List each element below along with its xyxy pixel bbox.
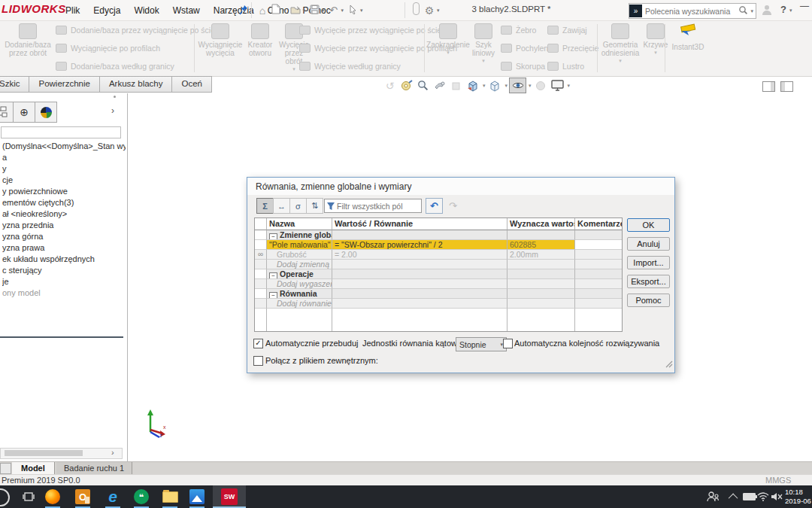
tree-item-surface-bodies[interactable]: y powierzchniowe <box>2 186 126 197</box>
fillet-caret-icon[interactable]: ▾ <box>447 50 450 56</box>
tree-item-front-plane[interactable]: yzna przednia <box>2 220 126 231</box>
user-account-icon[interactable] <box>761 4 773 19</box>
scroll-right-arrow-icon[interactable]: › <box>111 448 114 457</box>
tree-item-origin[interactable]: ek układu współrzędnych <box>2 254 126 265</box>
revolved-cut-caret-icon[interactable]: ▾ <box>292 66 295 72</box>
new-document-icon[interactable] <box>269 4 283 17</box>
people-icon[interactable] <box>704 488 722 505</box>
collapse-icon[interactable]: − <box>269 272 277 279</box>
row-add-suppression[interactable]: Dodaj wygaszenie <box>255 279 622 289</box>
ribbon-hole-wizard-button[interactable]: Kreator otworu <box>245 23 275 57</box>
collapse-icon[interactable]: − <box>269 233 277 240</box>
tree-filter-box[interactable] <box>1 126 121 138</box>
tab-szkic[interactable]: Szkic <box>0 76 29 93</box>
ribbon-intersect-item[interactable]: Przecięcie <box>547 39 598 57</box>
options-gear-icon[interactable]: ⚙ <box>423 5 436 17</box>
row-pole-malowania[interactable]: "Pole malowania" = "SW-Obszar powierzchn… <box>255 240 622 250</box>
tree-item-configuration[interactable]: (Domyślna<<Domyślna>_Stan wyświetl <box>2 141 126 152</box>
collapse-icon[interactable]: − <box>269 292 277 299</box>
ribbon-shell-item[interactable]: Skorupa <box>501 57 554 75</box>
tree-item-annotations[interactable]: cje <box>2 175 126 186</box>
new-doc-caret-icon[interactable]: ▾ <box>283 8 286 14</box>
tree-item-right-plane[interactable]: yzna prawa <box>2 242 126 254</box>
xpress-products-icon[interactable] <box>409 2 423 18</box>
display-style-caret-icon[interactable]: ▾ <box>505 83 508 89</box>
select-caret-icon[interactable]: ▾ <box>360 8 363 14</box>
open-document-icon[interactable] <box>289 4 302 17</box>
import-button[interactable]: Import... <box>627 256 670 269</box>
search-caret-icon[interactable]: ▾ <box>748 8 756 14</box>
filter-input[interactable] <box>335 202 421 211</box>
equation-view-button[interactable]: Σ <box>256 198 274 214</box>
feature-tree-tab[interactable] <box>0 102 14 123</box>
angular-units-select[interactable]: Stopnie ▾ <box>456 337 507 351</box>
ribbon-boundary-boss-item[interactable]: Dodanie/baza według granicy <box>56 57 227 75</box>
display-manager-tab[interactable] <box>35 102 57 123</box>
open-caret-icon[interactable]: ▾ <box>303 8 306 14</box>
pin-menu-icon[interactable] <box>239 5 248 18</box>
task-view-icon[interactable] <box>20 488 38 505</box>
zoom-area-icon[interactable] <box>415 78 431 93</box>
tree-item-material[interactable]: ał <nieokreślony> <box>2 208 126 220</box>
auto-rebuild-checkbox[interactable]: ✓ <box>253 339 263 348</box>
section-view-icon[interactable] <box>432 78 447 93</box>
rollback-bar[interactable] <box>0 336 123 338</box>
row-grubosc[interactable]: ∞ Grubość = 2.00 2.00mm <box>255 250 622 260</box>
save-icon[interactable] <box>308 4 321 17</box>
row-add-global-variable[interactable]: Dodaj zmienną gl <box>255 260 622 269</box>
cortana-icon[interactable] <box>0 488 10 506</box>
status-units[interactable]: MMGS <box>765 476 791 485</box>
volume-muted-icon[interactable] <box>768 488 786 505</box>
sketch-equation-view-button[interactable]: σ <box>289 198 307 214</box>
view-orientation-caret-icon[interactable]: ▾ <box>483 83 486 89</box>
dialog-undo-button[interactable]: ↶ <box>426 198 443 214</box>
help-caret-icon[interactable]: ▾ <box>789 8 792 14</box>
search-input[interactable] <box>642 7 738 16</box>
tab-motion-study[interactable]: Badanie ruchu 1 <box>56 462 132 474</box>
solidworks-taskbar-active[interactable]: SW <box>213 485 246 508</box>
ribbon-wrap-item[interactable]: Zawijaj <box>547 21 598 39</box>
hide-show-caret-icon[interactable]: ▾ <box>529 83 532 89</box>
scrollbar-thumb[interactable] <box>5 450 83 456</box>
ribbon-extruded-cut-button[interactable]: Wyciągnięcie wycięcia <box>197 23 244 57</box>
tree-item-history[interactable]: a <box>2 152 126 163</box>
export-button[interactable]: Eksport... <box>627 275 670 288</box>
undo-icon[interactable]: ↶ <box>327 5 341 16</box>
tab-options-icon[interactable] <box>0 463 11 474</box>
group-row-global-variables[interactable]: −Zmienne globalne <box>255 230 622 240</box>
ribbon-draft-item[interactable]: Pochylenie <box>501 39 554 57</box>
ribbon-fillet-button[interactable]: Zaokrąglenie ▾ <box>429 23 468 56</box>
file-explorer-icon[interactable] <box>161 488 179 505</box>
link-external-file-checkbox[interactable] <box>253 356 263 366</box>
outlook-icon[interactable]: O <box>74 488 92 505</box>
menu-wstaw[interactable]: Wstaw <box>166 5 207 16</box>
search-commands-icon[interactable]: » <box>629 5 642 17</box>
minimize-window-icon[interactable]: — <box>800 1 809 11</box>
ribbon-boundary-cut-item[interactable]: Wycięcie według granicy <box>299 57 457 75</box>
photos-icon[interactable] <box>188 488 206 505</box>
pane-split-icon[interactable] <box>762 81 775 92</box>
measure-icon[interactable] <box>398 78 414 93</box>
reference-geometry-caret-icon[interactable]: ▾ <box>619 58 622 64</box>
ok-button[interactable]: OK <box>627 218 670 232</box>
ribbon-rib-item[interactable]: Żebro <box>501 21 554 39</box>
view-settings-icon[interactable] <box>550 78 565 93</box>
cell-comment[interactable] <box>575 250 622 260</box>
tree-item-relations[interactable]: je <box>2 276 126 287</box>
tree-item-sensors[interactable]: y <box>2 163 126 175</box>
property-manager-tab[interactable]: ⊕ <box>13 102 35 123</box>
view-settings-caret-icon[interactable]: ▾ <box>568 83 571 89</box>
ribbon-revolved-boss-button[interactable]: Dodanie/baza przez obrót <box>5 23 51 57</box>
edge-icon[interactable]: e <box>104 488 122 505</box>
tab-powierzchnie[interactable]: Powierzchnie <box>29 76 99 93</box>
help-icon[interactable]: ? <box>780 4 786 15</box>
help-button[interactable]: Pomoc <box>627 294 670 307</box>
ribbon-reference-geometry-button[interactable]: Geometria odniesienia ▾ <box>600 23 641 64</box>
dialog-title-bar[interactable]: Równania, zmienne globalne i wymiary <box>247 178 674 195</box>
group-row-equations[interactable]: −Równania <box>255 289 622 299</box>
panel-handle-dot[interactable] <box>114 96 116 98</box>
dialog-resize-grip[interactable] <box>665 357 673 371</box>
cell-equation[interactable]: = "SW-Obszar powierzchni" / 2 <box>332 240 508 250</box>
ribbon-linear-pattern-button[interactable]: Szyk liniowy ▾ <box>469 23 498 64</box>
cell-name[interactable]: "Pole malowania" <box>267 240 332 250</box>
